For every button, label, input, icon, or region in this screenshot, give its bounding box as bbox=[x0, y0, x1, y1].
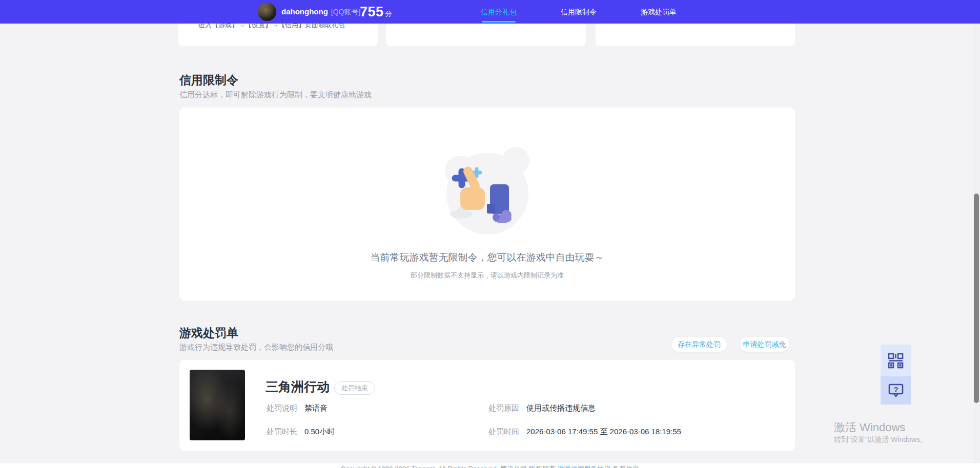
scrollbar-thumb[interactable] bbox=[974, 194, 979, 403]
penalty-desc-value: 禁语音 bbox=[304, 403, 328, 412]
penalty-status-badge: 处罚结束 bbox=[334, 381, 375, 395]
top-navbar: dahonghong[QQ账号] 755 分 信用分礼包 信用限制令 游戏处罚单 bbox=[0, 0, 980, 24]
section-subtitle-penalty: 游戏行为违规导致处罚，会影响您的信用分哦 bbox=[179, 343, 333, 352]
windows-activation-subtitle: 转到“设置”以激活 Windows。 bbox=[834, 435, 927, 444]
nav-tabs: 信用分礼包 信用限制令 游戏处罚单 bbox=[480, 0, 677, 24]
help-feedback-button[interactable]: ? bbox=[881, 376, 911, 405]
blue-card-shape bbox=[487, 184, 509, 214]
qr-code-icon bbox=[888, 353, 904, 369]
section-title-penalty: 游戏处罚单 bbox=[179, 325, 238, 341]
credit-score-unit: 分 bbox=[385, 9, 392, 18]
penalty-desc-field: 处罚说明禁语音 bbox=[267, 403, 328, 413]
gift-card-2 bbox=[386, 24, 586, 46]
penalty-duration-value: 0.50小时 bbox=[304, 427, 335, 436]
abnormal-penalty-button[interactable]: 存在异常处罚 bbox=[671, 337, 727, 352]
section-title-restriction: 信用限制令 bbox=[179, 72, 238, 88]
penalty-card: 三角洲行动 处罚结束 处罚说明禁语音 处罚原因使用或传播违规信息 处罚时长0.5… bbox=[179, 360, 795, 451]
empty-state-title: 当前常玩游戏暂无限制令，您可以在游戏中自由玩耍～ bbox=[179, 251, 795, 264]
penalty-desc-label: 处罚说明 bbox=[267, 403, 297, 412]
credit-score-value: 755 bbox=[360, 4, 384, 20]
penalty-reason-value: 使用或传播违规信息 bbox=[526, 403, 596, 412]
penalty-time-value: 2026-03-06 17:49:55 至 2026-03-06 18:19:5… bbox=[526, 427, 681, 436]
svg-text:?: ? bbox=[893, 385, 898, 394]
penalty-duration-label: 处罚时长 bbox=[267, 427, 297, 436]
section-subtitle-restriction: 信用分达标，即可解除游戏行为限制，要文明健康地游戏 bbox=[179, 90, 372, 100]
windows-activation-title: 激活 Windows bbox=[834, 420, 905, 435]
footer: Copyright © 1998-2026 Tencent. All Right… bbox=[0, 463, 980, 468]
account-type-label: [QQ账号] bbox=[331, 8, 361, 16]
penalty-reason-label: 处罚原因 bbox=[488, 403, 519, 412]
penalty-duration-field: 处罚时长0.50小时 bbox=[267, 427, 335, 437]
footer-link[interactable]: 游戏信用服务协议 bbox=[558, 465, 611, 468]
active-tab-underline bbox=[482, 21, 516, 23]
tab-credit-gift[interactable]: 信用分礼包 bbox=[480, 0, 517, 24]
gift-card-3 bbox=[596, 24, 795, 46]
penalty-time-label: 处罚时间 bbox=[488, 427, 519, 436]
tab-game-penalty[interactable]: 游戏处罚单 bbox=[640, 0, 677, 24]
game-thumbnail bbox=[190, 370, 245, 440]
empty-state-hint: 部分限制数据不支持显示，请以游戏内限制记录为准 bbox=[179, 271, 795, 280]
footer-text: Copyright © 1998-2026 Tencent. All Right… bbox=[0, 464, 980, 468]
username: dahonghong[QQ账号] bbox=[281, 0, 360, 24]
avatar[interactable] bbox=[258, 3, 276, 21]
penalty-reason-field: 处罚原因使用或传播违规信息 bbox=[488, 403, 596, 413]
question-bubble-icon: ? bbox=[888, 383, 904, 398]
penalty-relief-button[interactable]: 申请处罚减免 bbox=[740, 337, 789, 352]
restriction-empty-card: 当前常玩游戏暂无限制令，您可以在游戏中自由玩耍～ 部分限制数据不支持显示，请以游… bbox=[179, 108, 795, 301]
qr-code-button[interactable] bbox=[881, 345, 911, 376]
penalty-time-field: 处罚时间2026-03-06 17:49:55 至 2026-03-06 18:… bbox=[488, 427, 681, 437]
credit-score: 755 分 bbox=[360, 0, 392, 24]
thumbs-up-illustration bbox=[440, 140, 535, 241]
game-title: 三角洲行动 bbox=[266, 378, 330, 395]
tab-credit-restriction[interactable]: 信用限制令 bbox=[560, 0, 597, 24]
